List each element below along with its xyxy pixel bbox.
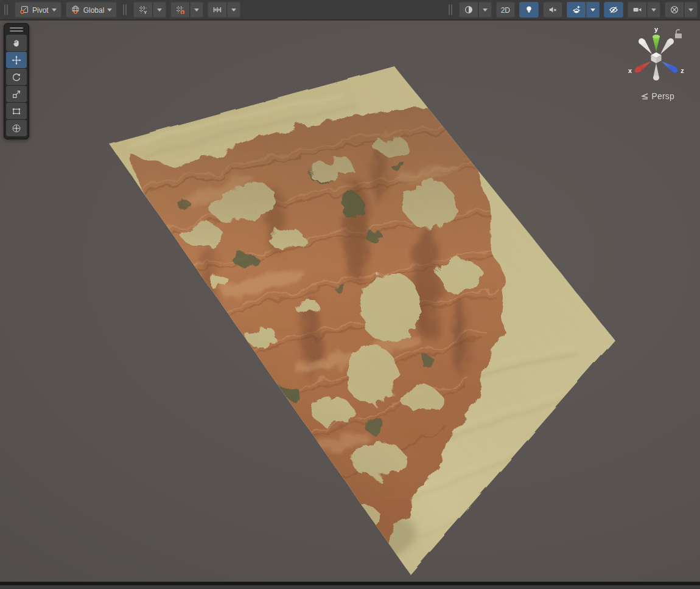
grid-axis-dropdown[interactable] [153,2,166,18]
light-bulb-icon [524,5,534,15]
pivot-mode-label: Pivot [32,6,49,14]
scale-icon [12,89,21,99]
grid-snap-control [170,2,203,18]
scene-orientation-gizmo[interactable]: y x z [623,24,690,85]
scene-visibility-toggle[interactable] [604,2,623,18]
scale-tool-button[interactable] [6,86,27,102]
gizmo-center-cube[interactable] [651,52,662,63]
snap-increment-button[interactable] [208,2,227,18]
transform-tool-button[interactable] [6,120,27,136]
scene-lighting-toggle[interactable] [519,2,539,18]
snap-increment-dropdown[interactable] [227,2,240,18]
chevron-down-icon [651,9,656,12]
camera-control [628,2,660,18]
transform-icon [12,124,21,133]
shaded-sphere-icon [464,5,474,15]
svg-text:Y: Y [144,10,147,15]
chevron-down-icon [688,9,693,12]
lock-icon[interactable] [675,30,682,38]
gizmos-control [665,2,698,18]
move-tool-button[interactable] [6,52,27,68]
gizmos-icon [670,5,679,15]
gizmo-y-label: y [654,26,659,33]
gizmos-dropdown[interactable] [684,2,698,18]
gizmo-z-label: z [681,67,684,74]
globe-icon [71,5,80,15]
shading-mode-button[interactable] [459,2,478,18]
eye-hidden-icon [609,5,618,15]
hand-icon [12,38,21,48]
unity-scene-view: Pivot Global [0,0,700,589]
pivot-icon [19,5,29,15]
effects-button[interactable] [567,2,586,18]
grid-snap-dropdown[interactable] [190,2,203,18]
chevron-down-icon [483,9,488,12]
grid-magnet-icon [175,5,185,15]
chevron-down-icon [194,9,199,12]
camera-icon [632,5,642,15]
snap-increment-control [208,2,240,18]
toolbar-right-group: 2D [447,2,698,18]
rotate-tool-button[interactable] [6,69,27,85]
chevron-down-icon [107,9,112,12]
gizmo-x-label: x [628,67,632,74]
perspective-icon [640,92,649,101]
rect-icon [12,106,21,116]
audio-muted-icon [548,5,558,15]
grid-y-icon: Y [138,5,148,15]
rect-tool-button[interactable] [6,103,27,119]
rotate-icon [12,72,21,82]
tools-overlay-drag-handle[interactable] [6,26,27,33]
projection-toggle[interactable]: Persp [640,91,674,101]
handle-orientation-label: Global [83,6,105,14]
grid-snap-button[interactable] [170,2,190,18]
camera-button[interactable] [628,2,647,18]
toolbar-drag-handle[interactable] [123,4,127,15]
gizmo-x-axis[interactable] [634,61,651,74]
gizmo-z-axis[interactable] [662,61,679,74]
chevron-down-icon [231,9,236,12]
view-2d-toggle[interactable]: 2D [496,2,515,18]
scene-audio-toggle[interactable] [543,2,562,18]
shading-mode-control [459,2,492,18]
grid-axis-button[interactable]: Y [133,2,153,18]
projection-label: Persp [651,91,674,101]
effects-icon [572,5,581,15]
view-hand-tool-button[interactable] [6,35,27,51]
gizmo-y-axis[interactable] [653,35,660,52]
terrain-mesh [0,21,700,585]
effects-dropdown[interactable] [586,2,600,18]
pivot-mode-dropdown[interactable]: Pivot [15,2,61,18]
grid-axis-control: Y [133,2,166,18]
move-icon [12,55,21,65]
toolbar-drag-handle[interactable] [449,4,453,15]
handle-orientation-dropdown[interactable]: Global [66,2,117,18]
chevron-down-icon [52,9,57,12]
camera-dropdown[interactable] [647,2,660,18]
shading-mode-dropdown[interactable] [478,2,492,18]
viewport-bottom-edge [0,582,700,585]
toolbar-drag-handle[interactable] [4,4,9,15]
view-2d-label: 2D [501,6,510,14]
snap-increment-icon [212,5,222,15]
scene-toolbar: Pivot Global [0,0,700,20]
chevron-down-icon [590,9,595,12]
scene-viewport[interactable]: y x z Persp [0,21,700,585]
gizmos-button[interactable] [665,2,684,18]
chevron-down-icon [157,9,162,12]
toolbar-left-group: Pivot Global [2,2,240,18]
effects-control [567,2,600,18]
tools-overlay [4,23,29,139]
